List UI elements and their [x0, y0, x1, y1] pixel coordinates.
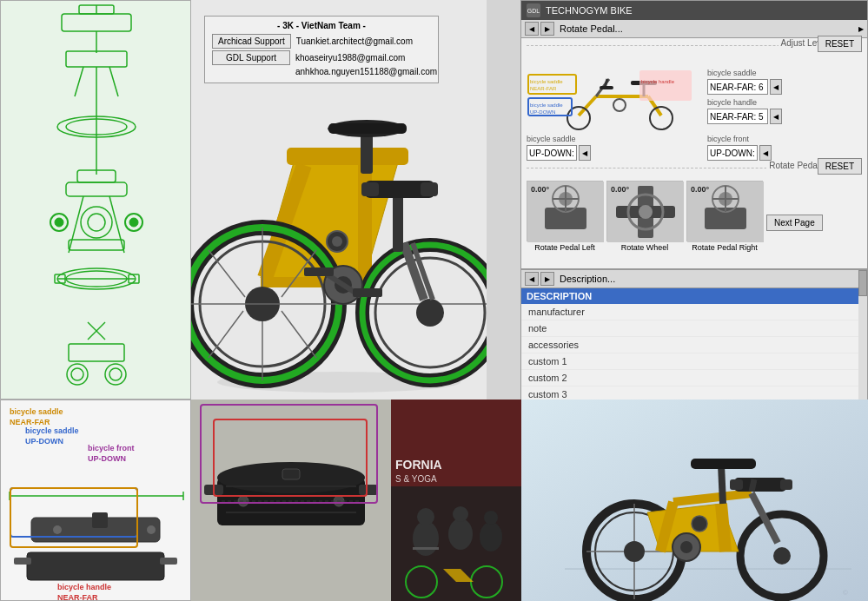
reset-btn-1[interactable]: RESET: [818, 36, 862, 52]
pedal-left-label: Rotate Pedal Left: [534, 243, 595, 252]
svg-point-25: [129, 218, 138, 227]
svg-rect-28: [69, 344, 124, 361]
svg-text:S & YOGA: S & YOGA: [395, 474, 437, 484]
desc-titlebar: Description... ▶: [521, 270, 867, 288]
pedal-right-thumb: 0.00°: [686, 181, 763, 241]
svg-rect-135: [391, 400, 521, 486]
svg-point-31: [105, 364, 126, 385]
email1: Tuankiet.architect@gmail.com: [296, 36, 413, 46]
pedal-wheel-item: 0.00° Rotate Wheel: [606, 181, 683, 252]
svg-text:0.00°: 0.00°: [531, 185, 550, 194]
panel-titlebar: GDL TECHNOGYM BIKE: [521, 1, 867, 20]
saddle-nearfar-label: bicycle saddle: [707, 69, 862, 77]
svg-point-136: [413, 521, 439, 556]
cad-wireframe-svg: [1, 1, 192, 400]
right-gdl-panel: GDL TECHNOGYM BIKE Rotate Pedal... ▶ Adj…: [520, 0, 868, 269]
controls-area: Adjust Level RESET: [521, 38, 867, 255]
svg-rect-4: [66, 51, 127, 67]
email3: anhkhoa.nguyen151188@gmail.com: [295, 67, 437, 76]
panel-expand-icon: ▶: [858, 25, 864, 33]
svg-text:NEAR-FAR: NEAR-FAR: [530, 86, 557, 91]
svg-rect-12: [69, 240, 124, 250]
handle-nearfar-dec[interactable]: ◀: [770, 109, 782, 124]
pedal-left-thumb: 0.00°: [527, 181, 603, 241]
saddle-nearfar-input[interactable]: [707, 79, 768, 95]
svg-rect-117: [160, 558, 177, 565]
saddle-nearfar-dec[interactable]: ◀: [770, 79, 782, 95]
svg-rect-57: [393, 191, 403, 252]
desc-nav-next[interactable]: [540, 272, 554, 286]
svg-point-139: [448, 518, 473, 550]
label-front-updown: bicycle frontUP-DOWN: [88, 444, 135, 464]
handle-nearfar-label: bicycle handle: [707, 98, 862, 107]
reset-btn-2[interactable]: RESET: [818, 158, 862, 175]
pedal-right-item: 0.00° Rotate Pedal Right: [686, 181, 763, 252]
desc-nav-label: Description...: [556, 274, 857, 284]
svg-rect-36: [287, 148, 408, 165]
label-saddle-nearfar: bicycle saddleNEAR-FAR: [10, 407, 63, 427]
svg-rect-115: [27, 552, 164, 580]
svg-point-140: [453, 506, 468, 522]
svg-rect-166: [730, 479, 743, 490]
header-info-box: - 3K - VietNam Team - Archicad Support T…: [204, 16, 439, 83]
svg-text:UP-DOWN: UP-DOWN: [530, 109, 555, 115]
svg-point-142: [484, 511, 498, 525]
svg-point-29: [67, 364, 88, 385]
next-page-btn[interactable]: Next Page: [766, 215, 823, 231]
svg-line-168: [752, 479, 754, 492]
svg-rect-59: [361, 182, 379, 196]
svg-rect-67: [304, 267, 334, 276]
svg-text:0.00°: 0.00°: [611, 185, 630, 194]
nav-prev-btn[interactable]: [525, 22, 539, 36]
svg-line-161: [721, 504, 726, 551]
pedal-left-item: 0.00° Rotate Pedal Left: [527, 181, 603, 252]
desc-list-header: DESCRIPTION: [521, 288, 867, 304]
orange-box-saddle: [10, 487, 138, 548]
desc-item-manufacturer: manufacturer: [521, 304, 867, 320]
archicad-support-btn[interactable]: Archicad Support: [212, 34, 291, 49]
desc-item-accessories: accessories: [521, 337, 867, 353]
svg-rect-11: [66, 182, 127, 196]
left-cad-panel: [0, 0, 191, 400]
pedal-row: 0.00° Rotate Pedal Left: [527, 181, 862, 252]
nav-next-btn[interactable]: [540, 22, 554, 36]
saddle-updown-dec[interactable]: ◀: [579, 145, 591, 161]
email2: khoaseiryu1988@gmail.com: [295, 53, 405, 63]
svg-point-121: [147, 525, 156, 534]
svg-rect-167: [780, 479, 792, 490]
bike-diagram-svg: bicycle saddle NEAR-FAR bicycle saddle U…: [527, 62, 700, 131]
svg-line-6: [109, 67, 118, 96]
front-updown-input[interactable]: [707, 145, 758, 161]
team-title: - 3K - VietNam Team -: [212, 21, 431, 30]
svg-point-137: [417, 508, 434, 525]
svg-point-14: [88, 214, 105, 231]
handle-nearfar-input[interactable]: [707, 109, 768, 124]
big-3d-right-panel: ©: [521, 400, 868, 601]
svg-text:bicycle saddle: bicycle saddle: [530, 79, 563, 84]
svg-point-13: [81, 207, 112, 238]
gdl-support-btn[interactable]: GDL Support: [212, 50, 290, 65]
svg-rect-116: [14, 558, 31, 565]
panel-nav-bar: Rotate Pedal... ▶: [521, 20, 867, 38]
desc-item-note: note: [521, 320, 867, 337]
front-updown-dec[interactable]: ◀: [759, 145, 772, 161]
desc-scroll-thumb[interactable]: [858, 270, 867, 296]
saddle-updown-input[interactable]: [527, 145, 577, 161]
big-3d-svg: ©: [521, 400, 868, 601]
desc-nav-prev[interactable]: [525, 272, 539, 286]
rotate-pedal-label: Rotate Pedal: [766, 161, 822, 170]
pedal-wheel-thumb: 0.00°: [606, 181, 683, 241]
saddle-updown-label: bicycle saddle: [527, 135, 591, 143]
svg-point-153: [624, 541, 645, 562]
svg-point-32: [109, 368, 122, 380]
front-updown-group: bicycle front ◀: [707, 135, 862, 161]
svg-rect-60: [421, 182, 438, 196]
svg-line-169: [721, 465, 723, 504]
saddle-nearfar-group: bicycle saddle ◀: [707, 69, 862, 95]
svg-text:FORNIA: FORNIA: [395, 458, 442, 472]
wireframe-bottom-panel: bicycle saddleNEAR-FAR bicycle saddleUP-…: [0, 400, 191, 601]
front-updown-label: bicycle front: [707, 135, 862, 143]
svg-point-23: [55, 218, 63, 227]
svg-rect-63: [328, 123, 407, 134]
purple-box-front: [200, 404, 378, 504]
